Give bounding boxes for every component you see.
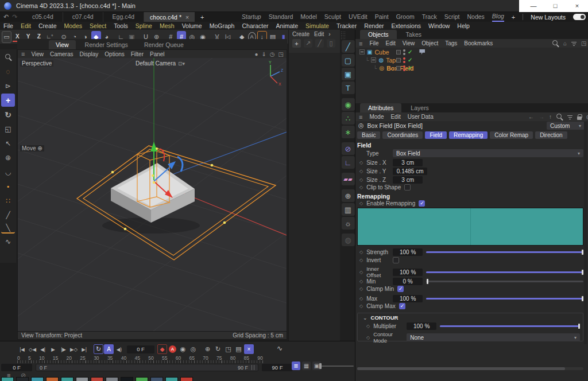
new-layouts-button[interactable]: New Layouts — [531, 14, 566, 21]
invert-checkbox[interactable] — [393, 257, 399, 263]
preset-dropdown[interactable]: Custom ▾ — [547, 122, 585, 130]
menu-item[interactable]: File — [3, 22, 13, 29]
panel-tab[interactable]: Attributes — [360, 103, 401, 112]
menu-item[interactable]: Tracker — [336, 22, 357, 29]
menu-item[interactable]: Spline — [136, 22, 152, 29]
viewport-tab[interactable]: View — [49, 40, 76, 49]
obj-menu-object[interactable]: Object — [421, 40, 438, 46]
layout-tab[interactable]: Blog — [492, 12, 504, 22]
attr-menu-edit[interactable]: Edit — [390, 114, 400, 120]
arrow-icon[interactable]: ↗ — [304, 39, 312, 48]
material-swatch[interactable] — [61, 377, 74, 381]
hamburger-icon[interactable]: ≡ — [21, 50, 25, 57]
mini-menu-item[interactable]: › — [328, 31, 330, 37]
multiplier-field[interactable]: 100 % — [407, 322, 436, 330]
multiplier-slider[interactable] — [440, 325, 580, 327]
curve-pen-icon[interactable]: ◡ — [1, 165, 15, 178]
collapse-icon[interactable] — [371, 57, 376, 63]
autokey-mode-icon[interactable]: A — [104, 344, 114, 354]
section-tab[interactable]: Direction — [535, 131, 567, 139]
key-diamond-icon[interactable]: ◇ — [359, 169, 363, 174]
size-x-field[interactable]: 3 cm — [393, 159, 423, 166]
material-swatch[interactable] — [76, 377, 88, 381]
visibility-dots-icon[interactable] — [403, 57, 405, 63]
material-swatch[interactable] — [180, 377, 193, 381]
play-icon[interactable]: ▶ — [48, 344, 58, 354]
scene-camera-icon[interactable]: ▥ — [342, 203, 355, 216]
key-diamond-icon[interactable]: ◇ — [359, 296, 363, 301]
menu-item[interactable]: Help — [457, 22, 470, 29]
square-pen-icon[interactable]: ▪ — [1, 180, 15, 193]
material-swatch[interactable] — [121, 377, 133, 381]
key-diamond-icon[interactable]: ◇ — [359, 201, 363, 206]
live-selection-icon[interactable]: ◌ — [1, 65, 15, 78]
menu-item[interactable]: Create — [38, 22, 57, 29]
tree-row-cube[interactable]: ▣ Cube — [359, 48, 389, 56]
object-name[interactable]: Cube — [374, 49, 389, 56]
scale-tool-icon[interactable]: ◱ — [1, 122, 15, 135]
undo-icon[interactable]: ↶ — [3, 13, 9, 21]
close-tab-icon[interactable]: × — [185, 14, 189, 21]
capsule-icon[interactable]: ◍ — [342, 234, 355, 246]
view-mode-label[interactable]: Perspective — [20, 60, 53, 67]
cursor-tool-icon[interactable]: ↖ — [1, 137, 15, 150]
obj-menu-tags[interactable]: Tags — [445, 40, 457, 46]
key-diamond-icon[interactable]: ◇ — [359, 279, 363, 284]
render-state-icon[interactable]: ● — [254, 51, 258, 57]
fcurve-icon[interactable]: ∿ — [277, 344, 283, 352]
dropper-icon[interactable]: ╱ — [315, 39, 324, 48]
attr-menu-mode[interactable]: Mode — [369, 114, 384, 120]
layout-tab[interactable]: Startup — [242, 13, 261, 21]
type-dropdown[interactable]: Box Field ▾ — [393, 149, 583, 157]
material-swatch[interactable] — [150, 377, 163, 381]
contour-header[interactable]: ⌄ CONTOUR — [363, 314, 398, 321]
layout-tab[interactable]: Groom — [396, 13, 415, 21]
contour-mode-dropdown[interactable]: None ▾ — [407, 333, 580, 341]
menu-item[interactable]: MoGraph — [210, 22, 235, 29]
autokey-icon[interactable]: A — [169, 345, 176, 353]
redo-icon[interactable]: ↷ — [12, 13, 17, 21]
layer-box-icon[interactable] — [396, 58, 401, 63]
document-tab-active[interactable]: choco.c4d * × — [144, 12, 195, 22]
range-end-field[interactable]: 90 F — [262, 364, 293, 371]
horizontal-scrollbar[interactable] — [357, 367, 583, 370]
key-diamond-icon[interactable]: ◇ — [359, 250, 363, 255]
section-tab[interactable]: Coordinates — [382, 131, 423, 139]
history-icon[interactable]: ◷ — [270, 51, 275, 57]
maximize-button[interactable]: □ — [544, 0, 566, 12]
enabled-check-icon[interactable]: ✓ — [408, 57, 412, 63]
current-frame-field[interactable]: 0 F — [127, 345, 154, 353]
brush-tool-icon[interactable]: ╱ — [1, 208, 15, 221]
motext-icon[interactable]: T — [342, 81, 355, 94]
prev-key-icon[interactable]: ◇◀ — [28, 344, 37, 354]
section-tab[interactable]: Field — [425, 131, 447, 139]
menu-item[interactable]: Animate — [276, 22, 299, 29]
search-icon[interactable] — [556, 114, 563, 120]
close-button[interactable]: × — [566, 0, 588, 12]
viewport-tab[interactable]: Render Queue — [137, 40, 191, 49]
record-key-icon[interactable]: ◆ — [157, 344, 167, 354]
mini-menu-item[interactable]: Edit — [314, 31, 324, 37]
lock-icon[interactable] — [577, 116, 582, 120]
material-swatch[interactable] — [91, 377, 103, 381]
record-scale-icon[interactable]: ◳ — [223, 344, 233, 354]
key-diamond-icon[interactable]: ◇ — [359, 258, 363, 263]
vp-menu-panel[interactable]: Panel — [150, 51, 165, 57]
key-diamond-icon[interactable]: ◇ — [366, 335, 370, 340]
key-diamond-icon[interactable]: ◇ — [359, 177, 363, 182]
section-tab[interactable]: Color Remap — [490, 131, 533, 139]
range-handle[interactable] — [252, 365, 254, 370]
keyframe-icon[interactable]: ◉ — [178, 344, 188, 354]
layout-tab[interactable]: Standard — [269, 13, 293, 21]
visibility-dots-icon[interactable] — [403, 65, 405, 71]
layer-box-icon[interactable] — [396, 50, 401, 55]
key-diamond-icon[interactable]: ◇ — [359, 185, 363, 190]
camera-label[interactable]: Default Camera ⊡▾ — [136, 60, 185, 67]
filter-icon[interactable] — [571, 41, 577, 46]
rotate-tool-icon[interactable]: ↻ — [1, 108, 15, 121]
material-swatch[interactable] — [16, 377, 29, 381]
line-pen-icon[interactable]: ╲ — [1, 223, 15, 234]
remapping-spline-graph[interactable] — [357, 208, 583, 246]
record-position-icon[interactable]: ⊕ — [203, 344, 212, 354]
min-field[interactable]: 0 % — [393, 278, 423, 285]
